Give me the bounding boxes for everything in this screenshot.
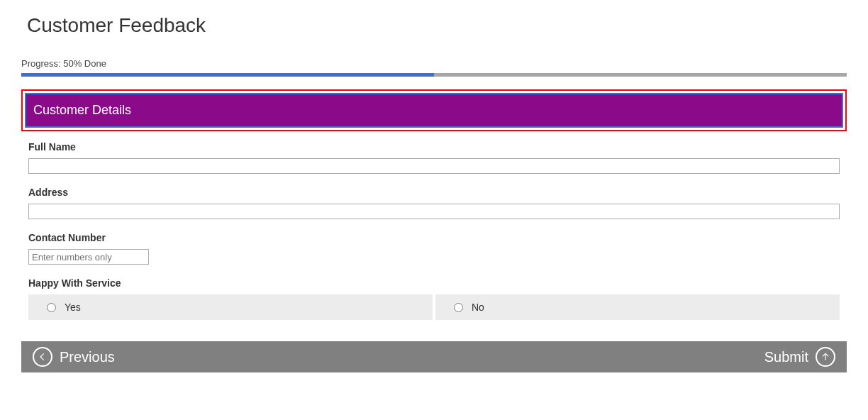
happy-option-yes[interactable]: Yes [28, 294, 433, 320]
field-full-name: Full Name [28, 141, 840, 174]
section-header-customer-details: Customer Details [25, 93, 843, 128]
arrow-up-icon [816, 347, 835, 367]
happy-label: Happy With Service [28, 277, 840, 289]
field-address: Address [28, 187, 840, 219]
submit-label: Submit [764, 349, 808, 365]
contact-number-label: Contact Number [28, 232, 840, 243]
happy-yes-label: Yes [65, 302, 81, 313]
happy-no-label: No [472, 302, 484, 313]
previous-button[interactable]: Previous [33, 347, 115, 367]
address-input[interactable] [28, 204, 840, 219]
submit-button[interactable]: Submit [764, 347, 835, 367]
progress-bar [21, 73, 847, 77]
section-highlight: Customer Details [21, 89, 847, 131]
happy-radio-group: Yes No [28, 294, 840, 320]
chevron-left-icon [33, 347, 52, 367]
full-name-input[interactable] [28, 158, 840, 174]
happy-radio-no[interactable] [454, 303, 463, 312]
address-label: Address [28, 187, 840, 198]
progress-label: Progress: 50% Done [21, 58, 847, 69]
happy-radio-yes[interactable] [47, 303, 56, 312]
nav-bar: Previous Submit [21, 341, 847, 372]
previous-label: Previous [60, 349, 115, 365]
contact-number-input[interactable] [28, 249, 149, 265]
field-happy-with-service: Happy With Service Yes No [28, 277, 840, 320]
field-contact-number: Contact Number [28, 232, 840, 265]
full-name-label: Full Name [28, 141, 840, 153]
happy-option-no[interactable]: No [435, 294, 840, 320]
page-title: Customer Feedback [27, 14, 847, 37]
progress-fill [21, 73, 434, 77]
